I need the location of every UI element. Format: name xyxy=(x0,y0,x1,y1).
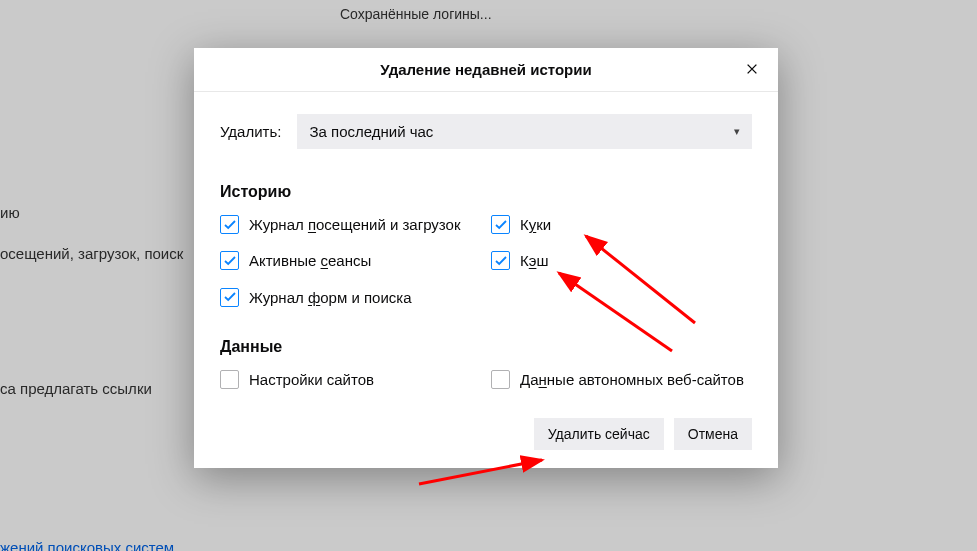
checkbox-input[interactable] xyxy=(220,215,239,234)
checkbox-site-settings[interactable]: Настройки сайтов xyxy=(220,370,481,390)
checkmark-icon xyxy=(495,256,507,266)
time-range-row: Удалить: За последний час ▾ xyxy=(220,114,752,149)
delete-now-button[interactable]: Удалить сейчас xyxy=(534,418,664,450)
checkbox-active-sessions[interactable]: Активные сеансы xyxy=(220,251,481,271)
checkmark-icon xyxy=(495,220,507,230)
checkmark-icon xyxy=(224,256,236,266)
dialog-actions: Удалить сейчас Отмена xyxy=(220,418,752,450)
clear-history-dialog: Удаление недавней истории Удалить: За по… xyxy=(194,48,778,468)
checkbox-browsing-history[interactable]: Журнал посещений и загрузок xyxy=(220,215,481,235)
cancel-button[interactable]: Отмена xyxy=(674,418,752,450)
checkbox-label: Куки xyxy=(520,215,551,235)
checkbox-input[interactable] xyxy=(220,370,239,389)
checkbox-input[interactable] xyxy=(220,288,239,307)
dialog-title: Удаление недавней истории xyxy=(380,61,591,78)
checkbox-cookies[interactable]: Куки xyxy=(491,215,752,235)
checkbox-form-search-history[interactable]: Журнал форм и поиска xyxy=(220,288,481,308)
checkmark-icon xyxy=(224,220,236,230)
checkbox-input[interactable] xyxy=(491,251,510,270)
close-icon xyxy=(745,62,759,76)
checkbox-label: Данные автономных веб-сайтов xyxy=(520,370,744,390)
chevron-down-icon: ▾ xyxy=(734,125,740,138)
checkmark-icon xyxy=(224,292,236,302)
history-section-title: Историю xyxy=(220,183,752,201)
data-section-title: Данные xyxy=(220,338,752,356)
data-checkbox-grid: Настройки сайтов Данные автономных веб-с… xyxy=(220,370,752,390)
checkbox-offline-site-data[interactable]: Данные автономных веб-сайтов xyxy=(491,370,752,390)
checkbox-input[interactable] xyxy=(491,215,510,234)
time-range-value: За последний час xyxy=(309,123,433,140)
dialog-header: Удаление недавней истории xyxy=(194,48,778,92)
history-checkbox-grid: Журнал посещений и загрузок Куки Активны… xyxy=(220,215,752,308)
checkbox-input[interactable] xyxy=(220,251,239,270)
checkbox-label: Журнал форм и поиска xyxy=(249,288,412,308)
delete-label: Удалить: xyxy=(220,123,281,140)
checkbox-label: Журнал посещений и загрузок xyxy=(249,215,460,235)
time-range-select[interactable]: За последний час ▾ xyxy=(297,114,752,149)
checkbox-label: Активные сеансы xyxy=(249,251,371,271)
checkbox-input[interactable] xyxy=(491,370,510,389)
checkbox-label: Кэш xyxy=(520,251,548,271)
close-button[interactable] xyxy=(740,57,764,81)
checkbox-label: Настройки сайтов xyxy=(249,370,374,390)
checkbox-cache[interactable]: Кэш xyxy=(491,251,752,271)
dialog-body: Удалить: За последний час ▾ Историю Журн… xyxy=(194,92,778,468)
